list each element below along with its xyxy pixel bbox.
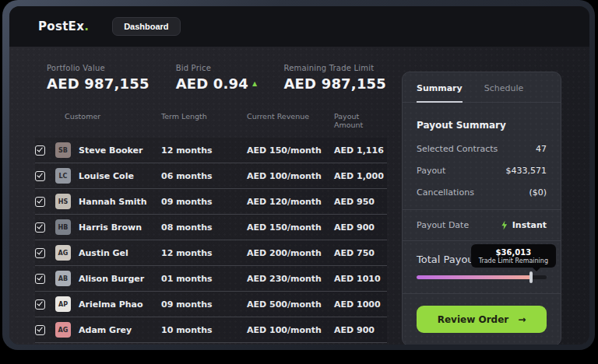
checkmark-icon	[37, 172, 43, 178]
row-checkbox[interactable]	[35, 299, 45, 310]
customer-name: Steve Booker	[79, 145, 143, 156]
current-revenue: AED 120/month	[247, 197, 334, 207]
payout-amount: AED 900	[334, 222, 387, 233]
avatar: AG	[55, 322, 71, 338]
current-revenue: AED 200/month	[247, 248, 334, 258]
summary-row-payout: Payout $433,571	[417, 166, 547, 176]
review-order-button[interactable]: Review Order →	[417, 306, 547, 333]
lightning-bolt-icon	[501, 221, 508, 230]
total-payout-slider-wrap: $36,013 Trade Limit Remaining	[417, 275, 547, 279]
trend-up-icon: ▲	[252, 80, 257, 87]
payout-amount: AED 1000	[334, 299, 387, 310]
term-length: 10 months	[161, 325, 247, 335]
current-revenue: AED 100/month	[247, 171, 334, 181]
avatar: AG	[55, 245, 71, 261]
review-order-label: Review Order	[438, 314, 508, 325]
table-row: APArielma Phao 09 months AED 500/month A…	[35, 292, 387, 317]
summary-value: $433,571	[506, 166, 547, 176]
payout-amount: AED 950	[334, 197, 387, 207]
term-length: 06 months	[161, 171, 247, 181]
table-row: AGAdam Grey 10 months AED 100/month AED …	[35, 317, 387, 343]
customer-name: Arielma Phao	[79, 299, 143, 310]
current-revenue: AED 150/month	[247, 145, 334, 156]
checkmark-icon	[37, 326, 43, 332]
tooltip-value: $36,013	[479, 248, 548, 257]
term-length: 12 months	[161, 248, 247, 258]
stat-bid-price: Bid Price AED 0.94▲	[176, 64, 258, 92]
col-customer: Customer	[55, 112, 161, 129]
table-row: SBSteve Booker 12 months AED 150/month A…	[35, 138, 387, 163]
customer-name: Hannah Smith	[79, 197, 147, 207]
checkmark-icon	[37, 275, 43, 281]
logo: PostEx.	[38, 19, 89, 33]
divider	[403, 209, 561, 210]
cta-wrap: Review Order →	[403, 294, 561, 345]
table-row: HSHannah Smith 09 months AED 120/month A…	[35, 189, 387, 215]
trade-limit-tooltip: $36,013 Trade Limit Remaining	[471, 244, 556, 268]
row-checkbox[interactable]	[35, 222, 45, 233]
current-revenue: AED 230/month	[247, 274, 334, 284]
top-bar: PostEx. Dashboard	[9, 6, 589, 47]
col-term-length: Term Length	[161, 112, 247, 129]
checkmark-icon	[37, 198, 43, 204]
row-checkbox[interactable]	[35, 145, 45, 156]
avatar: HS	[55, 194, 71, 209]
avatar: AB	[55, 271, 71, 286]
tab-summary[interactable]: Summary	[417, 83, 463, 103]
col-current-revenue: Current Revenue	[247, 112, 334, 129]
avatar: LC	[55, 168, 71, 184]
current-revenue: AED 100/month	[247, 325, 334, 335]
payout-date-row: Payout Date Instant	[417, 220, 547, 230]
stat-label: Bid Price	[176, 64, 258, 72]
table-header: Customer Term Length Current Revenue Pay…	[35, 112, 387, 138]
device-frame: PostEx. Dashboard Portfolio Value AED 98…	[2, 0, 595, 350]
tab-schedule[interactable]: Schedule	[484, 83, 524, 102]
tooltip-caption: Trade Limit Remaining	[479, 257, 548, 264]
summary-label: Payout	[417, 166, 445, 176]
term-length: 08 months	[161, 222, 247, 233]
summary-label: Cancellations	[417, 187, 474, 198]
col-payout-amount: Payout Amount	[334, 112, 387, 129]
row-checkbox[interactable]	[35, 274, 45, 284]
stat-label: Portfolio Value	[47, 64, 150, 72]
payout-date-value: Instant	[501, 220, 547, 230]
table-row: LCLouise Cole 06 months AED 100/month AE…	[35, 163, 387, 189]
arrow-right-icon: →	[518, 314, 526, 325]
row-checkbox[interactable]	[35, 171, 45, 181]
main-content: Portfolio Value AED 987,155 Bid Price AE…	[9, 47, 589, 345]
customer-name: Alison Burger	[79, 274, 144, 284]
stat-label: Remaining Trade Limit	[283, 64, 386, 72]
term-length: 09 months	[161, 299, 247, 310]
row-checkbox[interactable]	[35, 248, 45, 258]
customer-name: Austin Gel	[79, 248, 128, 258]
payout-summary-title: Payout Summary	[417, 120, 547, 131]
divider	[403, 240, 561, 241]
summary-row-cancellations: Cancellations ($0)	[417, 187, 547, 198]
customer-name: Harris Brown	[79, 222, 142, 233]
contracts-table: Customer Term Length Current Revenue Pay…	[35, 112, 387, 343]
stat-value: AED 987,155	[47, 75, 150, 92]
panel-tabs: Summary Schedule	[403, 72, 561, 103]
slider-handle[interactable]	[529, 271, 533, 283]
avatar: HB	[55, 219, 71, 235]
logo-text: PostEx	[38, 19, 84, 33]
payout-amount: AED 750	[334, 248, 387, 258]
avatar: SB	[55, 142, 71, 158]
row-checkbox[interactable]	[35, 325, 45, 335]
stat-value: AED 0.94▲	[176, 75, 258, 92]
avatar: AP	[55, 296, 71, 312]
logo-dot: .	[84, 19, 89, 33]
payout-date-label: Payout Date	[417, 220, 469, 230]
stat-value: AED 987,155	[283, 75, 386, 92]
summary-value: ($0)	[529, 187, 547, 198]
checkmark-icon	[37, 146, 43, 152]
checkmark-icon	[37, 249, 43, 255]
summary-value: 47	[536, 144, 547, 154]
payout-amount: AED 900	[334, 325, 387, 335]
summary-label: Selected Contracts	[417, 144, 498, 154]
nav-dashboard-button[interactable]: Dashboard	[112, 17, 180, 36]
checkmark-icon	[37, 223, 43, 229]
total-payout-section: Total Payout $36,013 Trade Limit Remaini…	[417, 254, 547, 279]
row-checkbox[interactable]	[35, 197, 45, 207]
total-payout-slider[interactable]	[417, 275, 547, 279]
